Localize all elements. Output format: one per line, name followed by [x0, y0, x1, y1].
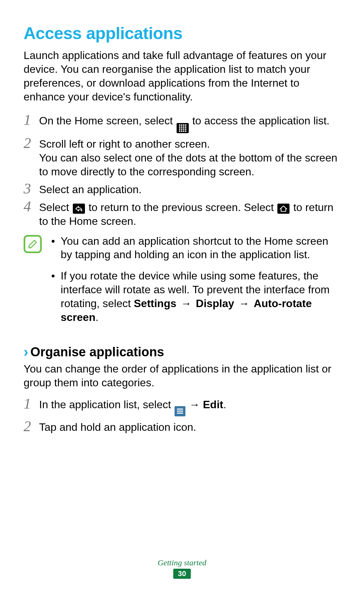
step-4: 4 Select to return to the previous scree…: [24, 201, 340, 228]
step-number: 2: [24, 419, 39, 434]
note-section: • You can add an application shortcut to…: [24, 234, 340, 332]
step-3: 3 Select an application.: [24, 183, 340, 197]
note-item: • You can add an application shortcut to…: [51, 234, 340, 262]
note-text: You can add an application shortcut to t…: [61, 234, 340, 262]
step-text: Select an application.: [39, 183, 340, 197]
step-text-bold: Edit: [203, 398, 223, 411]
step-2: 2 Scroll left or right to another screen…: [24, 137, 340, 179]
step-text: You can also select one of the dots at t…: [39, 151, 340, 179]
menu-icon: [175, 406, 185, 416]
page-number-badge: 30: [173, 569, 191, 579]
step-1: 1 On the Home screen, select to access t…: [24, 114, 340, 133]
bullet: •: [51, 269, 61, 283]
step-body: Select an application.: [39, 183, 340, 197]
sub-intro: You can change the order of applications…: [24, 362, 340, 390]
step-number: 2: [24, 136, 39, 151]
apps-grid-icon: [177, 123, 189, 133]
sub-step-2: 2 Tap and hold an application icon.: [24, 420, 340, 434]
step-body: Tap and hold an application icon.: [39, 420, 340, 434]
step-body: Scroll left or right to another screen. …: [39, 137, 340, 179]
home-icon: [277, 204, 290, 214]
note-text: If you rotate the device while using som…: [61, 269, 340, 324]
sub-heading: Organise applications: [30, 345, 164, 359]
step-number: 3: [24, 181, 39, 196]
step-text: Scroll left or right to another screen.: [39, 137, 340, 151]
step-text: .: [223, 398, 226, 411]
step-text: Select: [39, 201, 72, 213]
step-text: On the Home screen, select: [39, 115, 176, 127]
step-body: On the Home screen, select to access the…: [39, 114, 340, 133]
step-number: 4: [24, 199, 39, 214]
arrow-text: →: [189, 398, 203, 411]
step-text: to return to the previous screen. Select: [89, 201, 277, 213]
step-body: Select to return to the previous screen.…: [39, 201, 340, 228]
note-body: • You can add an application shortcut to…: [51, 234, 340, 332]
intro-paragraph: Launch applications and take full advant…: [24, 49, 340, 104]
note-item: • If you rotate the device while using s…: [51, 269, 340, 324]
sub-step-1: 1 In the application list, select → Edit…: [24, 398, 340, 416]
page-heading: Access applications: [24, 24, 340, 43]
note-pencil-icon: [24, 235, 42, 253]
document-page: Access applications Launch applications …: [0, 0, 364, 434]
step-text: In the application list, select: [39, 398, 174, 411]
step-text: to access the application list.: [192, 115, 329, 127]
back-icon: [73, 204, 85, 214]
step-number: 1: [24, 113, 39, 127]
step-text: Tap and hold an application icon.: [39, 420, 340, 434]
footer-section-label: Getting started: [0, 558, 364, 567]
page-footer: Getting started 30: [0, 558, 364, 579]
step-body: In the application list, select → Edit.: [39, 398, 340, 416]
subheading-row: › Organise applications: [24, 344, 340, 360]
bullet: •: [51, 234, 61, 248]
step-number: 1: [24, 396, 39, 411]
chevron-icon: ›: [24, 344, 28, 360]
